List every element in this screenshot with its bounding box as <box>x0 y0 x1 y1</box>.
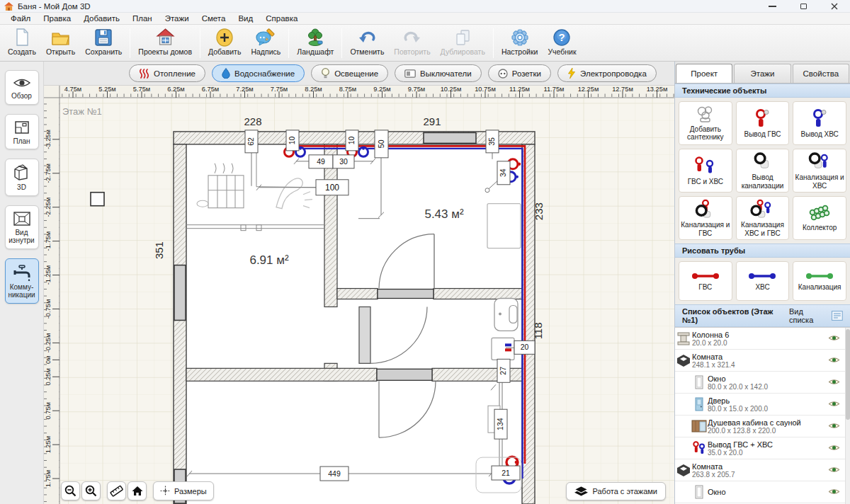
hot-cold-outlet-button[interactable]: ГВС и ХВС <box>679 149 732 193</box>
drain-hot-button[interactable]: Канализация и ГВС <box>679 196 732 240</box>
list-view-button[interactable]: Вид списка <box>789 307 843 324</box>
menu-file[interactable]: Файл <box>4 13 37 24</box>
undo-button[interactable]: Отменить <box>345 26 389 60</box>
sidebar-item-overview[interactable]: Обзор <box>5 70 39 105</box>
visibility-eye-icon[interactable] <box>828 488 840 497</box>
drain-cold-button[interactable]: Канализация и ХВС <box>793 149 846 193</box>
menu-edit[interactable]: Правка <box>37 13 77 24</box>
svg-text:10.25м: 10.25м <box>441 86 462 93</box>
svg-text:134: 134 <box>497 418 504 430</box>
tab-properties[interactable]: Свойства <box>793 64 849 83</box>
visibility-eye-icon[interactable] <box>828 444 840 453</box>
visibility-eye-icon[interactable] <box>828 400 840 409</box>
settings-button[interactable]: Настройки <box>497 26 543 60</box>
visibility-eye-icon[interactable] <box>828 466 840 475</box>
menu-add[interactable]: Добавить <box>77 13 126 24</box>
tab-heating[interactable]: Отопление <box>129 64 205 82</box>
svg-text:-3.25м: -3.25м <box>45 130 52 149</box>
drain-cold-hot-button[interactable]: Канализация ХВС и ГВС <box>736 196 790 240</box>
new-document-icon <box>13 28 30 47</box>
svg-text:-2.75м: -2.75м <box>45 164 52 183</box>
sidebar-item-interior-view[interactable]: Вид изнутри <box>5 205 39 249</box>
minimize-button[interactable] <box>756 0 788 12</box>
svg-text:0.25м: 0.25м <box>45 368 52 385</box>
list-item[interactable]: Комната248.1 x 321.4 <box>675 350 850 372</box>
add-plus-icon <box>215 28 234 47</box>
tab-project[interactable]: Проект <box>676 64 732 83</box>
sidebar-item-plan[interactable]: План <box>5 114 39 150</box>
work-with-floors-button[interactable]: Работа с этажами <box>566 482 667 500</box>
label-button[interactable]: Надпись <box>246 26 285 60</box>
draw-hot-pipe-button[interactable]: ГВС <box>679 261 732 301</box>
menu-estimate[interactable]: Смета <box>196 13 232 24</box>
open-button[interactable]: Открыть <box>41 26 80 60</box>
add-sanitaryware-button[interactable]: Добавить сантехнику <box>679 101 732 145</box>
zoom-in-button[interactable] <box>81 481 101 500</box>
svg-text:11.75м: 11.75м <box>544 86 565 93</box>
add-button[interactable]: Добавить <box>203 26 246 60</box>
draw-pipes-header: Рисовать трубы <box>675 244 850 258</box>
visibility-eye-icon[interactable] <box>828 422 840 431</box>
tutorial-button[interactable]: ? Учебник <box>543 26 581 60</box>
svg-text:62: 62 <box>247 137 255 146</box>
home-icon <box>132 486 143 496</box>
list-item[interactable]: Колонна 620.0 x 20.0 <box>675 328 850 350</box>
floorplan-canvas[interactable]: 62 10 10 50 35 34 49 30 100 20 27 134 21… <box>44 86 674 504</box>
svg-text:7.25м: 7.25м <box>236 86 253 93</box>
visibility-eye-icon[interactable] <box>828 334 840 343</box>
tab-water-supply[interactable]: Водоснабжение <box>212 64 305 82</box>
tab-switches[interactable]: Выключатели <box>395 64 482 82</box>
home-view-button[interactable] <box>128 481 147 500</box>
list-item[interactable]: Душевая кабина с сауной200.0 x 123.8 x 2… <box>675 416 850 437</box>
lightning-icon <box>567 68 576 79</box>
zoom-out-button[interactable] <box>61 481 80 500</box>
hot-water-outlet-button[interactable]: Вывод ГВС <box>736 101 790 145</box>
svg-text:6.25м: 6.25м <box>167 86 184 93</box>
tab-wiring[interactable]: Электропроводка <box>557 64 657 82</box>
menu-view[interactable]: Вид <box>232 13 259 24</box>
draw-drain-pipe-button[interactable]: Канализация <box>793 261 846 301</box>
visibility-eye-icon[interactable] <box>828 356 840 365</box>
list-item[interactable]: Комната263.8 x 205.7 <box>675 459 850 481</box>
hot-water-tap-icon <box>752 108 773 129</box>
sidebar-item-3d[interactable]: 3D <box>5 159 39 196</box>
menu-plan[interactable]: План <box>126 13 159 24</box>
measure-button[interactable] <box>107 481 126 500</box>
tab-outlets[interactable]: Розетки <box>488 64 551 82</box>
column-icon <box>676 331 691 346</box>
list-view-icon <box>832 311 843 321</box>
visibility-eye-icon[interactable] <box>828 378 840 387</box>
app-window: Баня - Мой Дом 3D Файл Правка Добавить П… <box>0 0 850 504</box>
close-button[interactable] <box>819 0 850 12</box>
menu-help[interactable]: Справка <box>259 13 304 24</box>
sidebar-item-communications[interactable]: Комму- никации <box>5 258 39 304</box>
left-sidebar: Обзор План 3D Вид изнутри Комму- никации <box>0 62 44 504</box>
list-item[interactable]: Окно80.0 x 20.0 x 142.0 <box>675 372 850 394</box>
tab-lighting[interactable]: Освещение <box>311 64 388 82</box>
column-object[interactable] <box>91 193 104 206</box>
house-projects-button[interactable]: Проекты домов <box>133 26 197 60</box>
new-button[interactable]: Создать <box>3 26 41 60</box>
list-scrollbar[interactable] <box>845 328 850 504</box>
draw-cold-pipe-button[interactable]: ХВС <box>736 261 790 301</box>
tab-floors[interactable]: Этажи <box>734 64 790 83</box>
save-button[interactable]: Сохранить ▼ <box>80 26 127 60</box>
drain-outlet-button[interactable]: Вывод канализации <box>736 149 790 193</box>
menu-floors[interactable]: Этажи <box>159 13 196 24</box>
maximize-button[interactable] <box>788 0 819 12</box>
hot-pipe-icon <box>689 272 722 280</box>
svg-text:-1.25м: -1.25м <box>45 265 52 285</box>
svg-text:11.25м: 11.25м <box>509 86 530 93</box>
list-item[interactable]: Окно <box>675 481 850 503</box>
toolbar-separator <box>341 28 342 58</box>
cold-water-outlet-button[interactable]: Вывод ХВС <box>793 101 846 145</box>
cold-pipe-icon <box>746 272 778 280</box>
landscape-button[interactable]: Ландшафт <box>292 26 339 60</box>
list-item[interactable]: Дверь80.0 x 15.0 x 200.0 <box>675 394 850 416</box>
duplicate-button: Дублировать <box>436 26 490 60</box>
collector-button[interactable]: Коллектор <box>793 196 846 240</box>
svg-text:10.75м: 10.75м <box>475 86 496 93</box>
dimensions-toggle-button[interactable]: Размеры <box>153 481 214 500</box>
settings-gear-icon <box>511 28 529 47</box>
list-item[interactable]: Вывод ГВС + ХВС35.0 x 20.0 <box>675 437 850 459</box>
